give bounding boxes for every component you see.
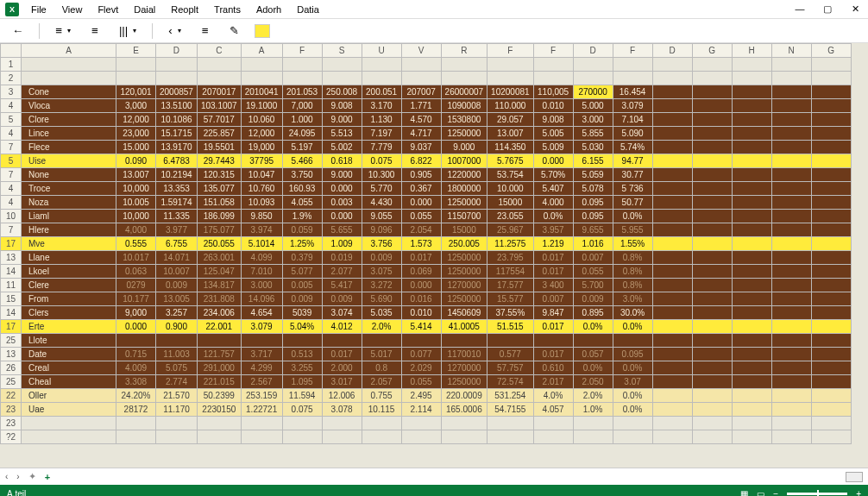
data-cell[interactable]: 5.407: [533, 182, 573, 196]
row-label-cell[interactable]: Uise: [22, 154, 116, 168]
data-cell[interactable]: 3.272: [362, 279, 401, 292]
empty-cell[interactable]: [771, 237, 811, 251]
data-cell[interactable]: 120.315: [197, 168, 241, 182]
data-cell[interactable]: 3.255: [282, 361, 322, 375]
nav-button[interactable]: ‹▾: [163, 22, 186, 39]
data-cell[interactable]: [533, 72, 573, 85]
data-cell[interactable]: 253.159: [241, 389, 282, 403]
data-cell[interactable]: 11.170: [156, 403, 198, 417]
data-cell[interactable]: 0.075: [362, 154, 401, 168]
data-cell[interactable]: [441, 334, 487, 348]
highlight-color-button[interactable]: [255, 24, 270, 38]
data-cell[interactable]: [362, 430, 401, 444]
data-cell[interactable]: [441, 72, 487, 85]
data-cell[interactable]: 5.7675: [487, 154, 534, 168]
col-header[interactable]: D: [652, 44, 692, 58]
empty-cell[interactable]: [811, 430, 851, 444]
data-cell[interactable]: 24.095: [282, 127, 322, 141]
data-cell[interactable]: 2.050: [573, 375, 613, 389]
data-cell[interactable]: 3.075: [362, 265, 401, 279]
data-cell[interactable]: 19.5501: [197, 141, 241, 154]
data-cell[interactable]: 0.017: [322, 348, 362, 361]
data-cell[interactable]: 0.057: [573, 348, 613, 361]
data-cell[interactable]: 5.078: [573, 182, 613, 196]
data-cell[interactable]: 10.017: [116, 251, 156, 265]
data-cell[interactable]: 2.017: [533, 375, 573, 389]
row-label-cell[interactable]: [22, 430, 116, 444]
data-cell[interactable]: 0.905: [401, 168, 441, 182]
empty-cell[interactable]: [692, 348, 732, 361]
empty-cell[interactable]: [771, 182, 811, 196]
empty-cell[interactable]: [771, 306, 811, 320]
data-cell[interactable]: [613, 58, 652, 72]
data-cell[interactable]: 117554: [487, 265, 534, 279]
empty-cell[interactable]: [692, 210, 732, 223]
data-cell[interactable]: 10,000: [116, 182, 156, 196]
data-cell[interactable]: 3.079: [241, 320, 282, 334]
data-cell[interactable]: 114.350: [487, 141, 534, 154]
data-cell[interactable]: 0.055: [573, 265, 613, 279]
data-cell[interactable]: 2000857: [156, 85, 198, 99]
data-cell[interactable]: 15.1715: [156, 127, 198, 141]
empty-cell[interactable]: [692, 127, 732, 141]
tab-prev-icon[interactable]: ‹: [5, 472, 8, 481]
data-cell[interactable]: 0.618: [322, 154, 362, 168]
data-cell[interactable]: 0.8%: [613, 251, 652, 265]
empty-cell[interactable]: [732, 210, 771, 223]
maximize-button[interactable]: ▢: [820, 3, 835, 15]
data-cell[interactable]: 3.977: [156, 223, 198, 237]
data-cell[interactable]: 2.495: [401, 389, 441, 403]
data-cell[interactable]: 134.817: [197, 279, 241, 292]
empty-cell[interactable]: [811, 223, 851, 237]
align-button-3[interactable]: ≡: [197, 22, 214, 39]
empty-cell[interactable]: [811, 237, 851, 251]
data-cell[interactable]: 0.0%: [613, 389, 652, 403]
data-cell[interactable]: 5.04%: [282, 320, 322, 334]
row-header[interactable]: 23: [1, 403, 22, 417]
data-cell[interactable]: 1150700: [441, 210, 487, 223]
data-cell[interactable]: 29.057: [487, 113, 534, 127]
data-cell[interactable]: 6.755: [156, 237, 198, 251]
data-cell[interactable]: [197, 334, 241, 348]
data-cell[interactable]: [401, 72, 441, 85]
data-cell[interactable]: 1090008: [441, 99, 487, 113]
empty-cell[interactable]: [771, 389, 811, 403]
data-cell[interactable]: 30.77: [613, 168, 652, 182]
empty-cell[interactable]: [811, 251, 851, 265]
data-cell[interactable]: 12,000: [116, 113, 156, 127]
empty-cell[interactable]: [692, 292, 732, 306]
row-header[interactable]: 26: [1, 361, 22, 375]
data-cell[interactable]: [362, 72, 401, 85]
data-cell[interactable]: 0.8: [362, 361, 401, 375]
data-cell[interactable]: 3.170: [362, 99, 401, 113]
row-header[interactable]: 4: [1, 99, 22, 113]
data-cell[interactable]: 3 400: [533, 279, 573, 292]
data-cell[interactable]: [241, 58, 282, 72]
data-cell[interactable]: 3.717: [241, 348, 282, 361]
col-header[interactable]: H: [732, 44, 771, 58]
data-cell[interactable]: [322, 334, 362, 348]
empty-cell[interactable]: [652, 389, 692, 403]
empty-cell[interactable]: [692, 389, 732, 403]
data-cell[interactable]: [573, 430, 613, 444]
row-label-cell[interactable]: Llane: [22, 251, 116, 265]
data-cell[interactable]: 0.000: [322, 182, 362, 196]
empty-cell[interactable]: [771, 361, 811, 375]
empty-cell[interactable]: [811, 417, 851, 430]
empty-cell[interactable]: [652, 334, 692, 348]
data-cell[interactable]: 0.0%: [573, 361, 613, 375]
data-cell[interactable]: 72.574: [487, 375, 534, 389]
data-cell[interactable]: 94.77: [613, 154, 652, 168]
empty-cell[interactable]: [811, 265, 851, 279]
data-cell[interactable]: 225.857: [197, 127, 241, 141]
row-label-cell[interactable]: Date: [22, 348, 116, 361]
data-cell[interactable]: [241, 417, 282, 430]
col-header[interactable]: N: [771, 44, 811, 58]
empty-cell[interactable]: [732, 403, 771, 417]
empty-cell[interactable]: [652, 141, 692, 154]
data-cell[interactable]: [613, 334, 652, 348]
empty-cell[interactable]: [771, 141, 811, 154]
data-cell[interactable]: 0.009: [573, 292, 613, 306]
empty-cell[interactable]: [811, 279, 851, 292]
data-cell[interactable]: 4.055: [282, 196, 322, 210]
